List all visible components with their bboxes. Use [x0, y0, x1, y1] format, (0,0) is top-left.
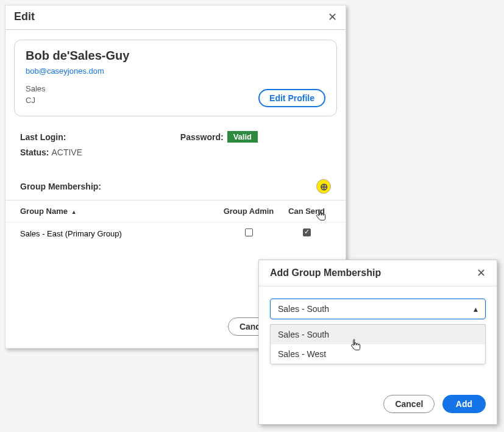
password-block: Password: Valid: [180, 131, 258, 143]
group-select-value: Sales - South: [278, 304, 329, 314]
group-name-cell: Sales - East (Primary Group): [20, 229, 215, 238]
group-table-row: Sales - East (Primary Group): [5, 222, 346, 244]
col-header-admin[interactable]: Group Admin: [215, 207, 282, 216]
user-info-section: Last Login: Password: Valid Status: ACTI…: [5, 124, 346, 167]
group-select-wrap: Sales - South ▴: [259, 286, 497, 322]
profile-card: Bob de'Sales-Guy bob@caseyjones.dom Sale…: [14, 40, 337, 116]
user-email-link[interactable]: bob@caseyjones.dom: [26, 66, 104, 76]
dropdown-option[interactable]: Sales - West: [271, 344, 485, 364]
user-name: Bob de'Sales-Guy: [26, 49, 325, 63]
add-dialog-header: Add Group Membership ✕: [259, 260, 497, 286]
close-icon[interactable]: ✕: [477, 267, 486, 278]
group-dropdown-list: Sales - South Sales - West: [270, 324, 486, 364]
last-login-label: Last Login:: [20, 132, 66, 142]
col-header-name[interactable]: Group Name ▲: [20, 207, 215, 216]
edit-profile-button[interactable]: Edit Profile: [258, 89, 325, 107]
chevron-up-icon: ▴: [474, 304, 478, 314]
col-header-send[interactable]: Can Send: [282, 207, 331, 216]
close-icon[interactable]: ✕: [328, 12, 337, 23]
cancel-button[interactable]: Cancel: [383, 395, 435, 413]
dialog-title: Edit: [14, 10, 35, 23]
password-label: Password:: [180, 132, 224, 142]
dialog-header: Edit ✕: [5, 5, 346, 30]
plus-icon: ⊕: [320, 181, 328, 193]
add-dialog-title: Add Group Membership: [270, 267, 381, 278]
group-select[interactable]: Sales - South ▴: [270, 299, 486, 319]
add-dialog-footer: Cancel Add: [259, 364, 497, 424]
group-admin-checkbox[interactable]: [245, 228, 253, 236]
last-login-row: Last Login: Password: Valid: [20, 131, 331, 143]
sort-ascending-icon: ▲: [71, 209, 77, 215]
col-name-label: Group Name: [20, 207, 68, 216]
dropdown-option[interactable]: Sales - South: [271, 325, 485, 344]
group-membership-label: Group Membership:: [20, 182, 101, 191]
group-admin-cell: [215, 228, 282, 238]
add-button[interactable]: Add: [442, 395, 486, 413]
group-table-header: Group Name ▲ Group Admin Can Send: [5, 200, 346, 222]
add-group-dialog: Add Group Membership ✕ Sales - South ▴ S…: [258, 260, 497, 425]
add-group-button[interactable]: ⊕: [316, 179, 331, 194]
status-value: ACTIVE: [51, 147, 82, 157]
can-send-checkbox[interactable]: [303, 228, 311, 236]
status-row: Status: ACTIVE: [20, 147, 331, 157]
status-label: Status:: [20, 147, 49, 157]
group-membership-header: Group Membership: ⊕: [5, 167, 346, 200]
can-send-cell: [282, 228, 331, 238]
password-status-badge: Valid: [227, 131, 258, 143]
